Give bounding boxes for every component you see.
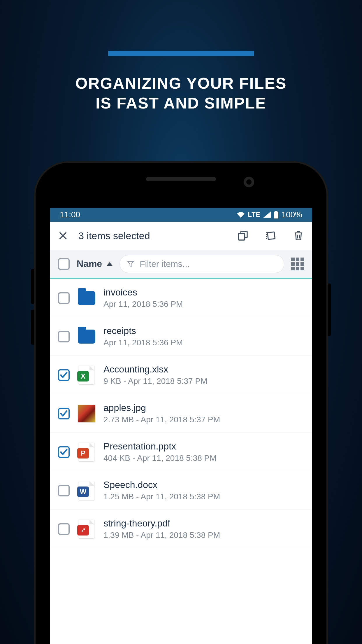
filter-placeholder: Filter items... — [140, 259, 190, 269]
phone-speaker — [146, 177, 216, 181]
row-filename: invoices — [103, 287, 304, 298]
sort-by-name-button[interactable]: Name — [77, 258, 113, 269]
grid-icon — [291, 258, 304, 270]
row-text: Presentation.pptx404 KB - Apr 11, 2018 5… — [103, 441, 304, 463]
row-filename: Accounting.xlsx — [103, 364, 304, 375]
svg-rect-3 — [238, 234, 245, 240]
row-filename: apples.jpg — [103, 402, 304, 413]
filter-input[interactable]: Filter items... — [120, 255, 284, 273]
image-thumbnail — [78, 405, 95, 422]
promo-headline: ORGANIZING YOUR FILES IS FAST AND SIMPLE — [0, 74, 362, 113]
row-text: Speech.docx1.25 MB - Apr 11, 2018 5:38 P… — [103, 480, 304, 501]
file-row[interactable]: string-theory.pdf1.39 MB - Apr 11, 2018 … — [50, 510, 312, 548]
row-thumbnail: W — [78, 482, 95, 499]
row-thumbnail — [78, 328, 95, 345]
file-row[interactable]: XAccounting.xlsx9 KB - Apr 11, 2018 5:37… — [50, 356, 312, 394]
copy-icon — [237, 230, 249, 242]
row-thumbnail: P — [78, 443, 95, 461]
phone-power-button — [328, 284, 331, 336]
phone-camera — [244, 177, 254, 187]
svg-rect-0 — [274, 212, 279, 218]
row-checkbox[interactable] — [58, 292, 70, 304]
row-filename: string-theory.pdf — [103, 518, 304, 529]
row-meta: 2.73 MB - Apr 11, 2018 5:37 PM — [103, 415, 304, 424]
file-row[interactable]: receiptsApr 11, 2018 5:36 PM — [50, 317, 312, 356]
row-thumbnail: X — [78, 366, 95, 384]
row-filename: Speech.docx — [103, 480, 304, 490]
phone-volume-down — [31, 310, 34, 345]
folder-icon — [78, 330, 95, 344]
row-text: apples.jpg2.73 MB - Apr 11, 2018 5:37 PM — [103, 402, 304, 424]
sort-label-text: Name — [77, 258, 102, 269]
selection-app-bar: 3 items selected — [50, 222, 312, 250]
row-thumbnail — [78, 405, 95, 422]
close-selection-button[interactable] — [58, 231, 68, 241]
promo-accent-bar — [108, 51, 254, 56]
row-text: invoicesApr 11, 2018 5:36 PM — [103, 287, 304, 309]
wifi-icon — [237, 211, 245, 218]
selection-count-label: 3 items selected — [78, 230, 226, 242]
row-filename: Presentation.pptx — [103, 441, 304, 452]
status-time: 11:00 — [60, 210, 80, 219]
status-battery: 100% — [281, 210, 302, 219]
phone-screen: 11:00 LTE 100% 3 items selected — [50, 208, 312, 644]
row-checkbox[interactable] — [58, 369, 70, 381]
sort-ascending-icon — [107, 262, 113, 266]
phone-volume-up — [31, 269, 34, 304]
row-checkbox[interactable] — [58, 331, 70, 342]
powerpoint-file-icon: P — [79, 443, 94, 461]
close-icon — [58, 231, 68, 241]
status-bar: 11:00 LTE 100% — [50, 208, 312, 222]
status-network: LTE — [248, 211, 260, 218]
excel-file-icon: X — [79, 366, 94, 384]
row-thumbnail — [78, 289, 95, 307]
row-checkbox[interactable] — [58, 523, 70, 535]
grid-view-button[interactable] — [291, 258, 304, 270]
row-meta: 1.25 MB - Apr 11, 2018 5:38 PM — [103, 492, 304, 501]
delete-button[interactable] — [293, 230, 304, 242]
filter-icon — [127, 260, 134, 268]
row-meta: Apr 11, 2018 5:36 PM — [103, 300, 304, 309]
copy-button[interactable] — [237, 230, 249, 242]
battery-icon — [274, 211, 278, 218]
status-right: LTE 100% — [237, 210, 302, 219]
folder-icon — [78, 291, 95, 305]
file-row[interactable]: apples.jpg2.73 MB - Apr 11, 2018 5:37 PM — [50, 394, 312, 433]
row-meta: Apr 11, 2018 5:36 PM — [103, 338, 304, 347]
file-row[interactable]: WSpeech.docx1.25 MB - Apr 11, 2018 5:38 … — [50, 471, 312, 510]
move-icon — [265, 230, 277, 242]
trash-icon — [293, 230, 304, 242]
row-meta: 404 KB - Apr 11, 2018 5:38 PM — [103, 454, 304, 463]
filter-bar: Name Filter items... — [50, 250, 312, 279]
promo-line-2: IS FAST AND SIMPLE — [0, 93, 362, 113]
row-filename: receipts — [103, 326, 304, 336]
row-text: receiptsApr 11, 2018 5:36 PM — [103, 326, 304, 347]
select-all-checkbox[interactable] — [58, 258, 70, 270]
promo-line-1: ORGANIZING YOUR FILES — [0, 74, 362, 93]
pdf-file-icon — [79, 520, 94, 538]
row-checkbox[interactable] — [58, 446, 70, 458]
file-row[interactable]: PPresentation.pptx404 KB - Apr 11, 2018 … — [50, 433, 312, 471]
row-meta: 9 KB - Apr 11, 2018 5:37 PM — [103, 377, 304, 386]
row-meta: 1.39 MB - Apr 11, 2018 5:38 PM — [103, 531, 304, 540]
signal-icon — [263, 211, 271, 218]
phone-frame: 11:00 LTE 100% 3 items selected — [34, 161, 328, 644]
row-thumbnail — [78, 520, 95, 538]
row-text: Accounting.xlsx9 KB - Apr 11, 2018 5:37 … — [103, 364, 304, 386]
row-checkbox[interactable] — [58, 408, 70, 419]
word-file-icon: W — [79, 481, 94, 500]
move-button[interactable] — [265, 230, 277, 242]
svg-rect-4 — [268, 232, 275, 239]
file-row[interactable]: invoicesApr 11, 2018 5:36 PM — [50, 279, 312, 317]
file-list: invoicesApr 11, 2018 5:36 PMreceiptsApr … — [50, 279, 312, 548]
row-checkbox[interactable] — [58, 485, 70, 496]
row-text: string-theory.pdf1.39 MB - Apr 11, 2018 … — [103, 518, 304, 540]
svg-rect-1 — [275, 211, 277, 212]
